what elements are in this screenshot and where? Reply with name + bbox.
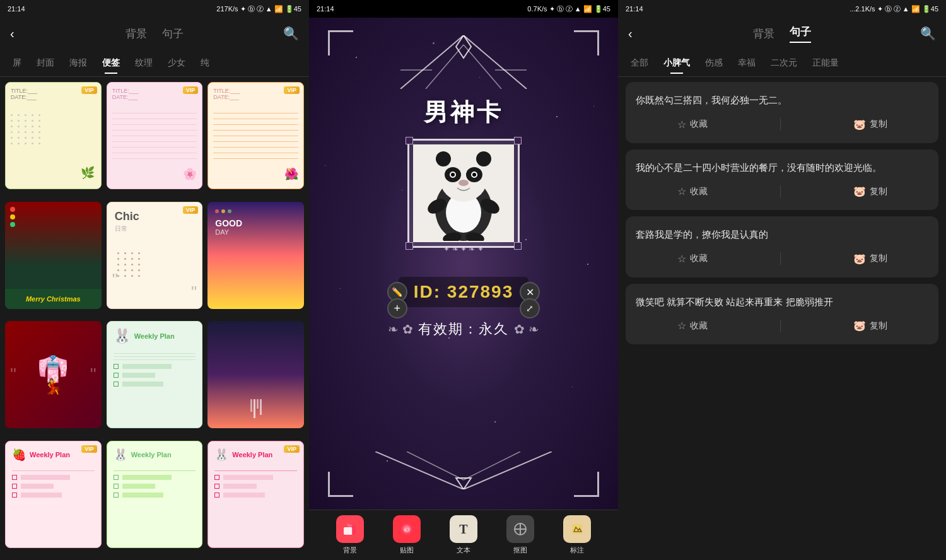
chic-sub: 日常 xyxy=(107,225,202,238)
toolbar-mark[interactable]: 标注 xyxy=(563,515,591,555)
cat-anime[interactable]: 二次元 xyxy=(763,52,805,74)
copy-button-2[interactable]: 🐷 复制 xyxy=(843,183,897,200)
sentence-card-1: 你既然勾三搭四，我何必独一无二。 ☆ 收藏 🐷 复制 xyxy=(626,82,938,143)
sentence-actions-1: ☆ 收藏 🐷 复制 xyxy=(636,116,928,133)
sentence-text-3: 套路我是学的，撩你我是认真的 xyxy=(636,226,928,243)
template-pink-bunny-weekly[interactable]: VIP 🐰 Weekly Plan xyxy=(207,441,304,548)
bottom-decoration xyxy=(375,452,552,497)
svg-line-26 xyxy=(464,452,520,480)
validity-text: 有效期：永久 xyxy=(418,320,509,339)
rabbit-weekly-label: Weekly Plan xyxy=(134,332,175,340)
card-container: 男神卡 xyxy=(309,18,618,510)
cat-poster[interactable]: 海报 xyxy=(62,52,95,74)
toolbar-mark-icon xyxy=(563,515,591,543)
collect-button-2[interactable]: ☆ 收藏 xyxy=(667,183,718,200)
template-purple-sky[interactable] xyxy=(207,321,304,428)
status-bar-left: 21:14 217K/s ✦ ⓑ ⓩ ▲ 📶 🔋45 xyxy=(0,0,309,18)
cat-all[interactable]: 全部 xyxy=(623,52,656,74)
toolbar-sticker[interactable]: 🏷 贴图 xyxy=(393,515,421,555)
cat-note[interactable]: 便签 xyxy=(95,52,127,74)
category-tabs-right: 全部 小脾气 伤感 幸福 二次元 正能量 xyxy=(618,49,946,77)
copy-button-4[interactable]: 🐷 复制 xyxy=(843,317,897,334)
cat-petty[interactable]: 小脾气 xyxy=(656,52,698,74)
toolbar-sticker-icon: 🏷 xyxy=(393,515,421,543)
collect-button-4[interactable]: ☆ 收藏 xyxy=(667,317,718,334)
action-divider-3 xyxy=(780,252,781,265)
vip-badge-12: VIP xyxy=(284,445,300,453)
photo-content xyxy=(413,144,514,242)
toolbar-crop[interactable]: 抠图 xyxy=(506,515,534,555)
svg-point-14 xyxy=(451,173,455,177)
validity-area: ❧ ✿ 有效期：永久 ✿ ❧ xyxy=(388,320,539,339)
cat-pure[interactable]: 纯 xyxy=(193,52,217,74)
corner-bl xyxy=(328,472,353,497)
sticker-icon: 🏷 xyxy=(400,522,414,536)
vip-badge-10: VIP xyxy=(81,445,97,453)
template-pink-lined[interactable]: VIP TITLE:___ DATE:___ 🌸 xyxy=(107,82,203,189)
search-button-left[interactable]: 🔍 xyxy=(283,26,299,41)
svg-line-25 xyxy=(407,452,464,480)
template-christmas[interactable]: Merry Christmas xyxy=(5,202,102,309)
cat-positive[interactable]: 正能量 xyxy=(805,52,846,74)
template-red-woman[interactable]: 👘 💃 " " xyxy=(5,321,102,428)
back-button-right[interactable]: ‹ xyxy=(628,26,633,41)
nav-tab-background-right[interactable]: 背景 xyxy=(753,26,774,41)
strawberry-weekly-label: Weekly Plan xyxy=(30,451,70,458)
good-day-dots xyxy=(215,209,296,213)
template-green-weekly[interactable]: 🐰 Weekly Plan xyxy=(107,441,203,548)
toolbar-crop-label: 抠图 xyxy=(513,545,527,555)
copy-label-1: 复制 xyxy=(870,119,887,130)
copy-button-1[interactable]: 🐷 复制 xyxy=(843,116,897,133)
copy-label-3: 复制 xyxy=(870,253,887,264)
search-button-right[interactable]: 🔍 xyxy=(920,26,936,41)
template-chic[interactable]: VIP Chic 日常 " " xyxy=(107,202,203,309)
cat-happy[interactable]: 幸福 xyxy=(730,52,763,74)
collect-button-1[interactable]: ☆ 收藏 xyxy=(667,116,718,133)
toolbar-bg-icon xyxy=(336,515,364,543)
back-button-left[interactable]: ‹ xyxy=(10,26,15,41)
nav-tab-background-left[interactable]: 背景 xyxy=(126,26,147,41)
sentences-list: 你既然勾三搭四，我何必独一无二。 ☆ 收藏 🐷 复制 我的心不是二十四小时营业的… xyxy=(618,77,946,560)
add-button[interactable]: + xyxy=(387,298,407,318)
cat-cover[interactable]: 封面 xyxy=(29,52,62,74)
collect-button-3[interactable]: ☆ 收藏 xyxy=(667,250,718,267)
template-rabbit-weekly[interactable]: 🐰 Weekly Plan xyxy=(107,321,203,428)
time-left: 21:14 xyxy=(8,5,25,13)
card-title: 男神卡 xyxy=(424,96,503,129)
sentence-text-4: 微笑吧 就算不断失败 站起来再重来 把脆弱推开 xyxy=(636,294,928,310)
sentence-text-2: 我的心不是二十四小时营业的餐厅，没有随时的欢迎光临。 xyxy=(636,160,928,176)
cat-texture[interactable]: 纹理 xyxy=(127,52,160,74)
id-area[interactable]: ID: 327893 ✏️ ✕ + ⤢ xyxy=(399,277,529,307)
template-good-day[interactable]: GOOD DAY xyxy=(207,202,304,309)
vip-badge-5: VIP xyxy=(183,206,199,214)
sentence-actions-2: ☆ 收藏 🐷 复制 xyxy=(636,183,928,200)
time-right: 21:14 xyxy=(626,5,643,13)
sentence-actions-4: ☆ 收藏 🐷 复制 xyxy=(636,317,928,334)
toolbar-background[interactable]: 背景 xyxy=(336,515,364,555)
photo-area[interactable]: ✦ ❧ ✦ ❧ ✦ xyxy=(407,139,520,248)
cat-girl[interactable]: 少女 xyxy=(160,52,193,74)
top-nav-left: ‹ 背景 句子 🔍 xyxy=(0,18,309,49)
expand-button[interactable]: ⤢ xyxy=(520,298,540,318)
collar-svg xyxy=(375,35,552,89)
template-grid: VIP TITLE:___ DATE:___ 🌿 VIP TITLE:___ D… xyxy=(0,77,309,560)
cat-screen[interactable]: 屏 xyxy=(5,52,29,74)
svg-point-17 xyxy=(436,151,451,166)
good-day-sub: DAY xyxy=(215,228,296,236)
id-label: ID: xyxy=(414,282,441,301)
copy-label-2: 复制 xyxy=(870,186,887,197)
toolbar-text[interactable]: T 文本 xyxy=(450,515,477,555)
panda-meme-svg xyxy=(419,146,508,241)
template-strawberry-weekly[interactable]: VIP 🍓 Weekly Plan xyxy=(5,441,102,548)
template-yellow-lined[interactable]: VIP TITLE:___ DATE:___ 🌿 xyxy=(5,82,102,189)
good-day-title: GOOD xyxy=(215,218,296,228)
bottom-toolbar: 背景 🏷 贴图 T 文本 xyxy=(309,510,618,560)
cat-sad[interactable]: 伤感 xyxy=(698,52,730,74)
nav-tab-sentences-left[interactable]: 句子 xyxy=(162,26,184,41)
template-orange-flower[interactable]: VIP TITLE:___ DATE:___ 🌺 xyxy=(207,82,304,189)
nav-tab-sentences-right[interactable]: 句子 xyxy=(790,25,811,43)
toolbar-sticker-label: 贴图 xyxy=(400,545,414,555)
svg-point-15 xyxy=(472,173,476,177)
copy-button-3[interactable]: 🐷 复制 xyxy=(843,250,897,267)
status-info-left: 217K/s ✦ ⓑ ⓩ ▲ 📶 🔋45 xyxy=(216,4,301,14)
